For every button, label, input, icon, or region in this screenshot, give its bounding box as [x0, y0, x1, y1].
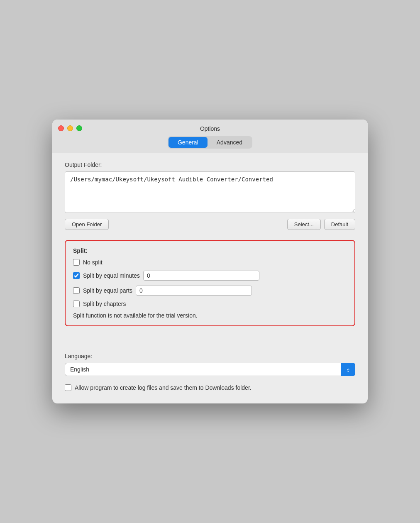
trial-notice: Split function is not available for the …: [73, 312, 347, 319]
split-minutes-label[interactable]: Split by equal minutes: [83, 272, 140, 279]
default-button[interactable]: Default: [324, 219, 355, 230]
folder-buttons-right: Select... Default: [287, 219, 355, 230]
split-parts-input[interactable]: [136, 286, 252, 296]
maximize-button[interactable]: [76, 125, 82, 131]
split-title: Split:: [73, 247, 347, 254]
titlebar: Options General Advanced: [52, 120, 368, 153]
output-folder-input[interactable]: [65, 171, 355, 213]
language-select[interactable]: English Chinese French German Japanese S…: [65, 363, 355, 376]
split-option-no-split: No split: [73, 259, 347, 266]
select-button[interactable]: Select...: [287, 219, 321, 230]
language-section: Language: English Chinese French German …: [65, 353, 355, 376]
log-files-label[interactable]: Allow program to create log files and sa…: [75, 384, 252, 391]
split-chapters-label[interactable]: Split by chapters: [83, 301, 126, 307]
no-split-checkbox[interactable]: [73, 259, 80, 266]
split-chapters-checkbox[interactable]: [73, 301, 80, 307]
language-select-wrapper: English Chinese French German Japanese S…: [65, 363, 355, 376]
window-title: Options: [200, 125, 220, 132]
split-minutes-checkbox[interactable]: [73, 272, 80, 279]
split-parts-label[interactable]: Split by equal parts: [83, 287, 132, 294]
tab-general[interactable]: General: [168, 137, 208, 148]
output-folder-label: Output Folder:: [65, 161, 355, 168]
traffic-lights: [58, 125, 82, 131]
split-parts-checkbox[interactable]: [73, 287, 80, 294]
split-option-parts: Split by equal parts: [73, 286, 347, 296]
language-label: Language:: [65, 353, 355, 359]
content-area: Output Folder: Open Folder Select... Def…: [52, 153, 368, 403]
tab-bar: General Advanced: [168, 136, 252, 149]
log-option: Allow program to create log files and sa…: [65, 384, 355, 391]
options-window: Options General Advanced Output Folder: …: [52, 120, 368, 403]
close-button[interactable]: [58, 125, 64, 131]
log-files-checkbox[interactable]: [65, 384, 71, 391]
split-option-chapters: Split by chapters: [73, 301, 347, 307]
minimize-button[interactable]: [67, 125, 73, 131]
open-folder-button[interactable]: Open Folder: [65, 219, 109, 230]
no-split-label[interactable]: No split: [83, 259, 103, 266]
tab-advanced[interactable]: Advanced: [208, 137, 252, 148]
spacer: [65, 336, 355, 353]
split-minutes-input[interactable]: [143, 271, 259, 281]
split-section: Split: No split Split by equal minutes S…: [65, 240, 355, 326]
folder-buttons: Open Folder Select... Default: [65, 219, 355, 230]
split-option-minutes: Split by equal minutes: [73, 271, 347, 281]
